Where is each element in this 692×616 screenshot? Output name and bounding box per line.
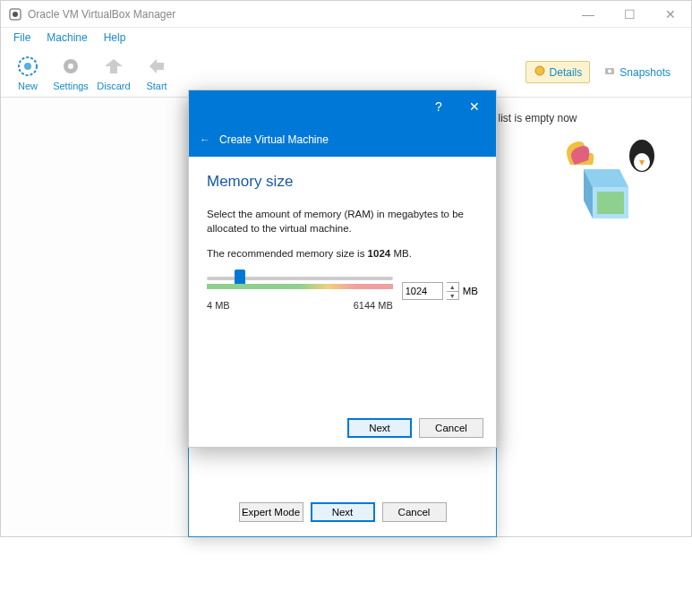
dialog-recommendation: The recommended memory size is 1024 MB.	[207, 246, 478, 261]
start-icon	[144, 54, 169, 79]
slider-min-label: 4 MB	[207, 300, 230, 311]
menubar: File Machine Help	[1, 28, 691, 47]
details-button[interactable]: Details	[525, 61, 591, 83]
dialog-close-button[interactable]: ✕	[457, 90, 492, 123]
close-button[interactable]: ✕	[650, 1, 691, 28]
svg-point-8	[608, 70, 611, 73]
spin-down[interactable]: ▼	[447, 292, 458, 300]
gear-icon	[58, 54, 83, 79]
snapshots-label: Snapshots	[619, 66, 671, 79]
discard-icon	[101, 54, 126, 79]
back-next-button[interactable]: Next	[311, 502, 375, 522]
new-icon	[15, 54, 40, 79]
vm-list	[1, 98, 189, 536]
details-icon	[534, 64, 546, 80]
menu-help[interactable]: Help	[97, 30, 133, 46]
settings-label: Settings	[53, 81, 89, 91]
slider-thumb[interactable]	[235, 270, 245, 284]
cancel-button[interactable]: Cancel	[419, 418, 483, 438]
memory-spinner[interactable]: ▲▼	[447, 282, 459, 300]
settings-button[interactable]: Settings	[49, 54, 92, 91]
dialog-description: Select the amount of memory (RAM) in meg…	[207, 207, 478, 235]
virtualbox-logo	[548, 133, 664, 232]
svg-point-1	[13, 12, 18, 17]
start-button[interactable]: Start	[135, 54, 178, 91]
discard-label: Discard	[97, 81, 130, 91]
back-arrow-icon[interactable]: ←	[200, 133, 210, 146]
snapshots-button[interactable]: Snapshots	[595, 61, 679, 83]
memory-size-dialog: ? ✕ ← Create Virtual Machine Memory size…	[188, 90, 497, 448]
titlebar: Oracle VM VirtualBox Manager — ☐ ✕	[1, 1, 691, 28]
app-icon	[8, 7, 22, 21]
svg-rect-12	[597, 192, 624, 214]
memory-input[interactable]	[402, 282, 443, 300]
memory-unit: MB	[463, 286, 478, 296]
svg-point-3	[24, 63, 31, 70]
maximize-button[interactable]: ☐	[609, 1, 650, 28]
camera-icon	[603, 64, 616, 80]
spin-up[interactable]: ▲	[447, 283, 458, 292]
new-label: New	[18, 81, 38, 91]
dialog-header: ← Create Virtual Machine	[189, 123, 496, 157]
menu-machine[interactable]: Machine	[39, 30, 94, 46]
start-label: Start	[146, 81, 167, 91]
dialog-help-button[interactable]: ?	[421, 90, 457, 123]
minimize-button[interactable]: —	[568, 1, 609, 28]
slider-max-label: 6144 MB	[354, 300, 393, 311]
dialog-titlebar: ? ✕	[189, 90, 496, 123]
window-title: Oracle VM VirtualBox Manager	[28, 8, 568, 21]
svg-point-5	[68, 64, 73, 69]
expert-mode-button[interactable]: Expert Mode	[239, 502, 303, 522]
new-button[interactable]: New	[6, 54, 49, 91]
discard-button[interactable]: Discard	[92, 54, 135, 91]
menu-file[interactable]: File	[6, 30, 38, 46]
dialog-heading: Memory size	[207, 173, 478, 191]
details-label: Details	[550, 66, 583, 79]
dialog-title: Create Virtual Machine	[219, 133, 329, 146]
next-button[interactable]: Next	[347, 418, 412, 438]
svg-point-6	[535, 66, 544, 75]
memory-slider[interactable]	[207, 271, 393, 298]
back-cancel-button[interactable]: Cancel	[382, 502, 447, 522]
